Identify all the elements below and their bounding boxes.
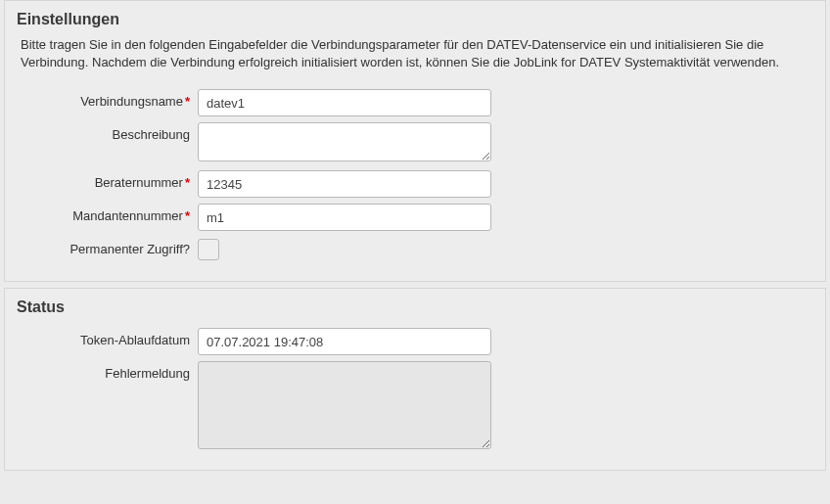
row-permanent-access: Permanenter Zugriff? (17, 237, 813, 263)
status-heading: Status (5, 289, 825, 322)
label-advisor-number-text: Beraternummer (95, 175, 183, 190)
row-advisor-number: Beraternummer* (17, 170, 813, 198)
label-client-number: Mandantennummer* (17, 204, 198, 223)
client-number-input[interactable] (198, 204, 491, 231)
connection-name-input[interactable] (198, 89, 491, 116)
settings-heading: Einstellungen (5, 1, 825, 34)
required-marker: * (185, 208, 190, 223)
row-client-number: Mandantennummer* (17, 204, 813, 231)
description-textarea[interactable] (198, 122, 491, 161)
required-marker: * (185, 94, 190, 109)
label-description: Beschreibung (17, 122, 198, 142)
settings-panel: Einstellungen Bitte tragen Sie in den fo… (4, 0, 826, 282)
permanent-access-checkbox[interactable] (198, 239, 219, 260)
label-client-number-text: Mandantennummer (72, 208, 183, 223)
advisor-number-input[interactable] (198, 170, 491, 198)
row-description: Beschreibung (17, 122, 813, 164)
token-expiry-field (198, 328, 491, 355)
required-marker: * (185, 175, 190, 190)
label-advisor-number: Beraternummer* (17, 170, 198, 190)
row-connection-name: Verbindungsname* (17, 89, 813, 116)
label-connection-name: Verbindungsname* (17, 89, 198, 109)
error-message-textarea (198, 361, 491, 449)
settings-intro-text: Bitte tragen Sie in den folgenden Eingab… (17, 34, 813, 83)
row-error-message: Fehlermeldung (17, 361, 813, 452)
label-permanent-access: Permanenter Zugriff? (17, 237, 198, 256)
label-token-expiry: Token-Ablaufdatum (17, 328, 198, 347)
label-connection-name-text: Verbindungsname (80, 94, 183, 109)
label-error-message: Fehlermeldung (17, 361, 198, 381)
row-token-expiry: Token-Ablaufdatum (17, 328, 813, 355)
status-panel: Status Token-Ablaufdatum Fehlermeldung (4, 288, 826, 471)
